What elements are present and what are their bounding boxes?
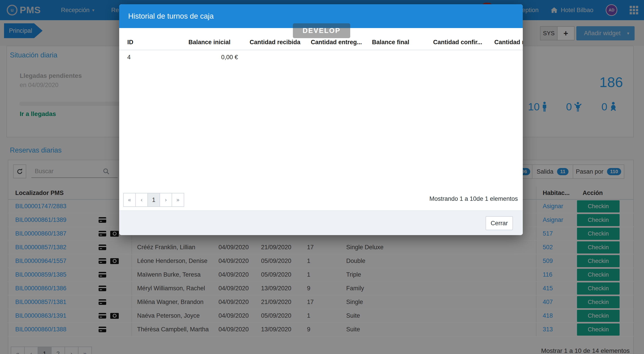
modal-column-header-4: Balance final: [372, 39, 433, 46]
modal-column-header-5: Cantidad confir...: [433, 39, 494, 46]
page-button-»[interactable]: »: [172, 193, 184, 207]
modal-table-row: 4 0,00 €: [119, 51, 523, 64]
close-button[interactable]: Cerrar: [486, 216, 513, 230]
page-button-‹[interactable]: ‹: [135, 193, 148, 207]
initial-balance-cell: 0,00 €: [188, 54, 250, 61]
page-button-«[interactable]: «: [123, 193, 136, 207]
modal-column-header-2: Cantidad recibida: [250, 39, 311, 46]
cash-shift-history-modal: Historial de turnos de caja IDBalance in…: [119, 4, 523, 235]
modal-column-header-1: Balance inicial: [188, 39, 250, 46]
pms-dashboard: u PMS Recepción▾Reserva▾ Reception Hotel…: [0, 0, 644, 354]
shift-id-cell: 4: [127, 54, 188, 61]
modal-column-header-6: Cantidad r: [494, 39, 523, 46]
develop-ribbon: DEVELOP: [293, 23, 350, 38]
modal-column-header-0: ID: [127, 39, 188, 46]
modal-summary: Mostrando 1 a 10de 1 elementos: [429, 195, 518, 202]
page-button-1[interactable]: 1: [148, 193, 160, 207]
modal-pagination: «‹1›»: [124, 193, 184, 207]
modal-footer: Cerrar: [119, 211, 523, 235]
modal-column-header-3: Cantidad entreg...: [311, 39, 372, 46]
modal-title: Historial de turnos de caja: [128, 12, 214, 21]
page-button-›[interactable]: ›: [160, 193, 172, 207]
